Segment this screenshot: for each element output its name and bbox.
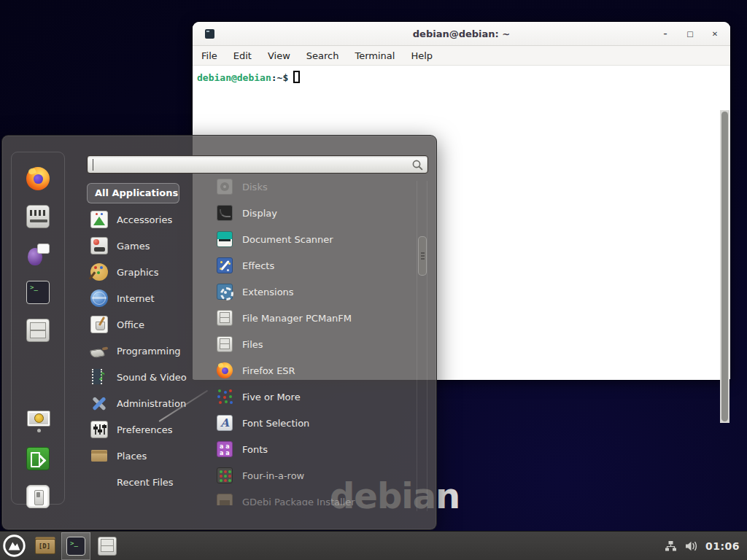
terminal-title: debian@debian: ~ xyxy=(193,22,730,46)
app-item-five-or-more[interactable]: Five or More xyxy=(206,384,417,410)
category-item-recent-files[interactable]: Recent Files xyxy=(87,469,205,495)
category-item-preferences[interactable]: Preferences xyxy=(87,416,205,443)
app-item-font-selection[interactable]: Font Selection xyxy=(206,410,417,436)
prompt-path: :~$ xyxy=(271,72,288,83)
all-applications-button[interactable]: All Applications xyxy=(87,183,179,203)
taskbar-button-file-manager-window[interactable] xyxy=(30,532,59,560)
favorites-column xyxy=(11,152,65,505)
category-item-sound-video[interactable]: Sound & Video xyxy=(87,364,205,390)
search-caret xyxy=(93,159,93,171)
taskbar: 01:06 xyxy=(0,531,747,560)
minimize-button[interactable]: – xyxy=(660,29,670,39)
app-label: Extensions xyxy=(242,287,294,298)
document-scanner-icon xyxy=(217,231,233,247)
menu-item-terminal[interactable]: Terminal xyxy=(355,50,395,61)
pidgin-favorite[interactable] xyxy=(26,243,50,266)
pidgin-icon xyxy=(26,243,50,266)
lock-screen-icon xyxy=(26,409,50,432)
file-cabinet-favorite[interactable] xyxy=(26,319,50,342)
search-icon xyxy=(411,159,424,171)
terminal-menubar: FileEditViewSearchTerminalHelp xyxy=(193,46,730,66)
category-item-places[interactable]: Places xyxy=(87,443,205,469)
category-label: Office xyxy=(117,319,144,330)
file-cabinet-icon xyxy=(217,310,233,326)
app-item-disks[interactable]: Disks xyxy=(206,174,417,200)
app-item-display[interactable]: Display xyxy=(206,200,417,226)
graphics-icon xyxy=(90,263,108,281)
app-item-extensions[interactable]: Extensions xyxy=(206,279,417,305)
app-item-gdebi-package-installer[interactable]: GDebi Package Installer xyxy=(206,489,417,505)
disks-icon xyxy=(217,179,233,195)
category-label: Programming xyxy=(117,346,181,357)
terminal-cursor xyxy=(293,71,300,83)
volume-icon[interactable] xyxy=(685,540,698,552)
app-label: GDebi Package Installer xyxy=(242,497,355,506)
five-or-more-icon xyxy=(217,389,233,405)
debian-menu-icon xyxy=(2,534,26,558)
app-list-scrollbar-thumb[interactable] xyxy=(418,236,427,276)
app-label: Effects xyxy=(242,260,274,271)
places-icon xyxy=(90,447,108,464)
prompt-user-host: debian@debian xyxy=(197,72,271,83)
app-label: Fonts xyxy=(242,444,268,455)
terminal-favorite[interactable] xyxy=(26,281,50,304)
app-label: Files xyxy=(242,339,263,350)
app-item-four-in-a-row[interactable]: Four-in-a-row xyxy=(206,462,417,489)
terminal-scrollbar-thumb[interactable] xyxy=(721,112,728,421)
app-label: Display xyxy=(242,208,277,219)
category-item-graphics[interactable]: Graphics xyxy=(87,259,205,285)
display-icon xyxy=(217,205,233,221)
fonts-icon xyxy=(217,441,233,457)
app-item-file-manager-pcmanfm[interactable]: File Manager PCManFM xyxy=(206,305,417,331)
app-label: Four-in-a-row xyxy=(242,470,304,481)
app-label: Five or More xyxy=(242,392,301,402)
taskbar-button-files-window[interactable] xyxy=(93,532,122,560)
app-list-scrollbar[interactable] xyxy=(417,181,427,511)
menu-item-edit[interactable]: Edit xyxy=(233,50,252,61)
folder-d-icon xyxy=(35,537,54,556)
shutdown-icon xyxy=(26,485,50,508)
app-item-fonts[interactable]: Fonts xyxy=(206,436,417,462)
app-list: DisksDisplayDocument ScannerEffectsExten… xyxy=(206,174,417,505)
internet-icon xyxy=(90,289,108,307)
category-item-programming[interactable]: Programming xyxy=(87,338,205,364)
terminal-icon xyxy=(26,281,50,304)
category-label: Sound & Video xyxy=(117,372,187,383)
menu-item-file[interactable]: File xyxy=(201,50,217,61)
app-item-files[interactable]: Files xyxy=(206,331,417,357)
terminal-scrollbar[interactable] xyxy=(720,110,729,423)
category-label: Games xyxy=(117,241,150,252)
lock-screen-favorite[interactable] xyxy=(26,409,50,432)
sound-video-icon xyxy=(90,368,108,386)
menu-item-view[interactable]: View xyxy=(268,50,290,61)
menu-item-search[interactable]: Search xyxy=(306,50,339,61)
category-item-office[interactable]: Office xyxy=(87,311,205,338)
file-cabinet-icon xyxy=(217,336,233,352)
menu-item-help[interactable]: Help xyxy=(411,50,433,61)
administration-icon xyxy=(90,394,108,412)
accessories-icon xyxy=(90,211,108,228)
extensions-icon xyxy=(217,284,233,300)
menu-button[interactable] xyxy=(0,532,28,560)
terminal-titlebar[interactable]: debian@debian: ~ – □ ✕ xyxy=(193,22,730,46)
logout-favorite[interactable] xyxy=(26,447,50,470)
taskbar-button-terminal-window[interactable] xyxy=(61,532,90,560)
mixer-favorite[interactable] xyxy=(26,205,50,228)
app-label: Firefox ESR xyxy=(242,365,295,376)
maximize-button[interactable]: □ xyxy=(685,29,695,39)
network-icon[interactable] xyxy=(665,540,678,552)
search-input[interactable] xyxy=(88,156,427,173)
shutdown-favorite[interactable] xyxy=(26,485,50,508)
category-label: Places xyxy=(117,451,147,462)
category-item-games[interactable]: Games xyxy=(87,233,205,259)
category-item-internet[interactable]: Internet xyxy=(87,285,205,311)
firefox-favorite[interactable] xyxy=(26,167,50,190)
firefox-icon xyxy=(217,362,233,378)
close-button[interactable]: ✕ xyxy=(710,29,720,39)
category-label: Graphics xyxy=(117,267,158,278)
app-item-effects[interactable]: Effects xyxy=(206,252,417,279)
app-label: Disks xyxy=(242,182,268,192)
category-item-accessories[interactable]: Accessories xyxy=(87,206,205,233)
app-item-firefox-esr[interactable]: Firefox ESR xyxy=(206,357,417,384)
app-item-document-scanner[interactable]: Document Scanner xyxy=(206,226,417,252)
